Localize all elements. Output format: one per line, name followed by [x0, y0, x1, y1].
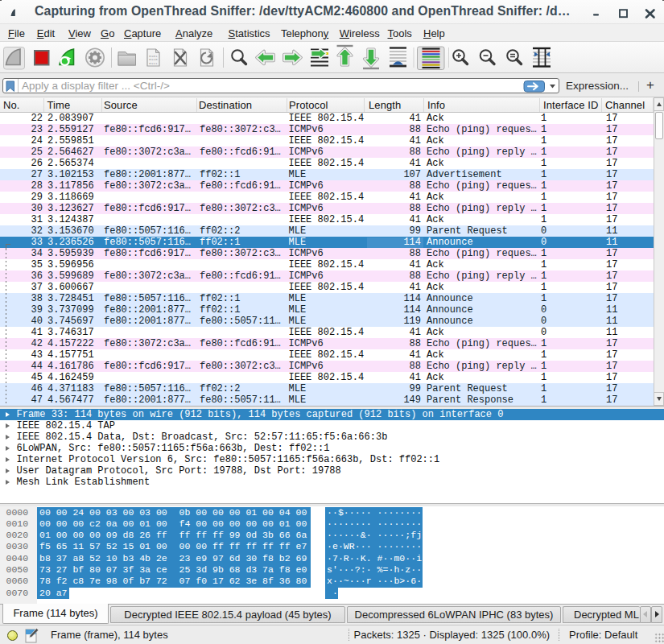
svg-text:0111: 0111 — [149, 61, 158, 65]
